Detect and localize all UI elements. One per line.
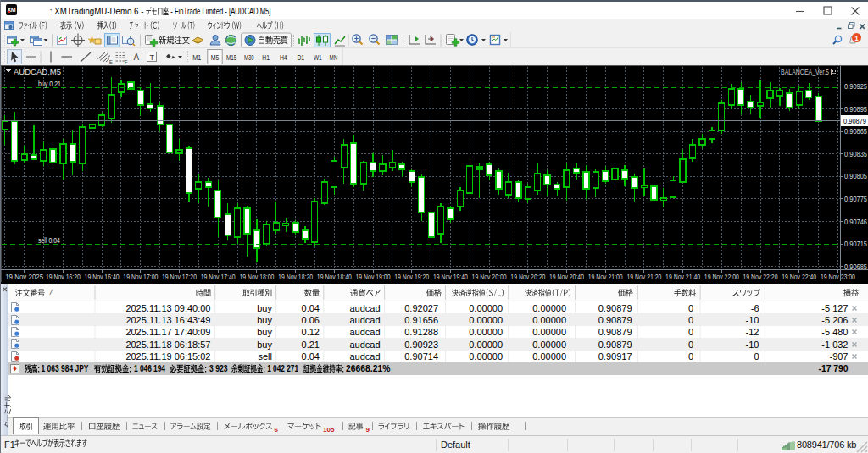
svg-text:19 Nov 19:40: 19 Nov 19:40 (433, 273, 468, 281)
svg-text:H4: H4 (280, 53, 287, 62)
svg-text:0.90835: 0.90835 (844, 150, 867, 158)
svg-text:D1: D1 (297, 53, 304, 62)
svg-text:0.90746: 0.90746 (844, 218, 867, 226)
svg-text:19 Nov 16:20: 19 Nov 16:20 (46, 273, 81, 281)
svg-text:19 Nov 18:00: 19 Nov 18:00 (239, 273, 274, 281)
svg-text:M15: M15 (226, 53, 236, 62)
svg-text:19 Nov 22:00: 19 Nov 22:00 (704, 273, 739, 281)
svg-text:- FinTrade Limited - [AUDCAD,M: - FinTrade Limited - [AUDCAD,M5] (169, 7, 271, 16)
svg-text:0.90895: 0.90895 (844, 105, 867, 113)
svg-text:AUDCAD,M5: AUDCAD,M5 (14, 67, 61, 76)
svg-text:19 Nov 18:40: 19 Nov 18:40 (317, 273, 352, 281)
svg-text:H1: H1 (262, 53, 270, 62)
svg-text:T: T (150, 53, 155, 62)
svg-text:A: A (134, 52, 140, 62)
svg-text:19 Nov 21:00: 19 Nov 21:00 (588, 273, 623, 281)
svg-text:W1: W1 (314, 53, 322, 62)
svg-text:19 Nov 22:40: 19 Nov 22:40 (782, 273, 816, 281)
svg-text:19 Nov 18:20: 19 Nov 18:20 (278, 273, 313, 281)
svg-text:19 Nov 20:40: 19 Nov 20:40 (549, 273, 584, 281)
svg-text:0.90805: 0.90805 (844, 172, 867, 180)
svg-text:19 Nov 22:20: 19 Nov 22:20 (743, 273, 778, 281)
svg-text:26668.21%: 26668.21% (346, 363, 391, 373)
svg-text:19 Nov 20:20: 19 Nov 20:20 (510, 273, 545, 281)
svg-text:M5: M5 (211, 53, 220, 62)
svg-text:0.90685: 0.90685 (844, 262, 867, 271)
svg-text:1 063 984 JPY: 1 063 984 JPY (42, 363, 89, 373)
svg-text:19 Nov 19:20: 19 Nov 19:20 (394, 273, 429, 281)
svg-text:: XMTradingMU-Demo 6 -: : XMTradingMU-Demo 6 - (50, 7, 146, 16)
svg-text:0.90879: 0.90879 (843, 117, 866, 125)
svg-text:buy 0.21: buy 0.21 (38, 80, 61, 88)
svg-text:0.90775: 0.90775 (844, 195, 867, 203)
svg-text:BALANCEA_Ver.5: BALANCEA_Ver.5 (781, 68, 829, 76)
svg-text:E: E (109, 59, 113, 64)
svg-text:19 Nov 16:40: 19 Nov 16:40 (85, 273, 120, 281)
svg-text:19 Nov 20:00: 19 Nov 20:00 (472, 273, 507, 281)
svg-text:3 923: 3 923 (209, 363, 228, 373)
svg-text:M30: M30 (244, 53, 254, 62)
svg-text:19 Nov 17:20: 19 Nov 17:20 (162, 273, 197, 281)
svg-text:sell 0.04: sell 0.04 (38, 236, 60, 245)
svg-text:M1: M1 (192, 53, 201, 62)
svg-text:19 Nov 17:40: 19 Nov 17:40 (201, 273, 236, 281)
svg-text:0.90865: 0.90865 (844, 127, 867, 135)
svg-text:0.90925: 0.90925 (844, 82, 867, 91)
svg-text:-17 790: -17 790 (819, 363, 849, 373)
svg-text:0.90715: 0.90715 (844, 240, 867, 248)
svg-text:19 Nov 21:20: 19 Nov 21:20 (626, 273, 661, 281)
svg-text:1 046 194: 1 046 194 (134, 363, 166, 373)
svg-text:MN: MN (329, 53, 337, 62)
svg-text:19 Nov 17:00: 19 Nov 17:00 (123, 273, 158, 281)
svg-text:F: F (125, 59, 128, 64)
svg-text:1 042 271: 1 042 271 (267, 363, 298, 373)
svg-text:19 Nov 19:00: 19 Nov 19:00 (356, 273, 391, 281)
svg-text:19 Nov 2025: 19 Nov 2025 (5, 273, 43, 281)
svg-text:19 Nov 21:40: 19 Nov 21:40 (665, 273, 700, 281)
svg-text:19 Nov 23:00: 19 Nov 23:00 (821, 273, 855, 281)
